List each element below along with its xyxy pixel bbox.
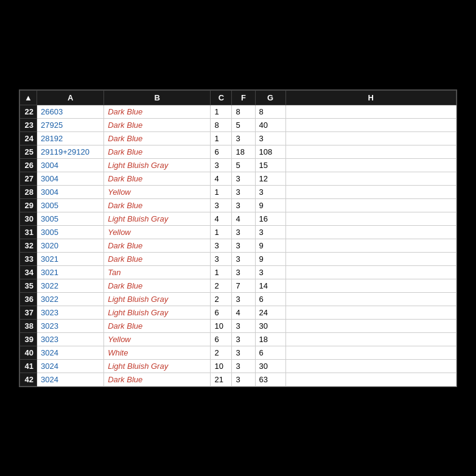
cell-f[interactable]: 18 <box>232 145 255 158</box>
table-row[interactable]: 413024Light Bluish Gray10330 <box>20 359 457 373</box>
cell-b[interactable]: Dark Blue <box>104 118 211 131</box>
cell-f[interactable]: 5 <box>232 158 255 172</box>
cell-a[interactable]: 3004 <box>37 158 104 172</box>
table-row[interactable]: 423024Dark Blue21363 <box>20 373 457 386</box>
cell-c[interactable]: 4 <box>211 172 232 185</box>
cell-f[interactable]: 3 <box>232 252 255 265</box>
cell-c[interactable]: 21 <box>211 373 232 386</box>
cell-g[interactable]: 9 <box>255 252 285 265</box>
cell-g[interactable]: 30 <box>255 319 285 332</box>
cell-a[interactable]: 26603 <box>37 105 104 118</box>
cell-b[interactable]: Tan <box>104 265 211 279</box>
cell-h[interactable] <box>285 131 456 145</box>
cell-c[interactable]: 3 <box>211 252 232 265</box>
cell-b[interactable]: Light Bluish Gray <box>104 212 211 225</box>
cell-h[interactable] <box>285 158 456 172</box>
cell-g[interactable]: 108 <box>255 145 285 158</box>
cell-h[interactable] <box>285 172 456 185</box>
cell-h[interactable] <box>285 373 456 386</box>
cell-c[interactable]: 1 <box>211 265 232 279</box>
cell-h[interactable] <box>285 279 456 292</box>
cell-g[interactable]: 3 <box>255 131 285 145</box>
cell-g[interactable]: 14 <box>255 279 285 292</box>
cell-f[interactable]: 4 <box>232 306 255 319</box>
cell-g[interactable]: 3 <box>255 265 285 279</box>
cell-c[interactable]: 2 <box>211 346 232 359</box>
cell-g[interactable]: 18 <box>255 332 285 346</box>
cell-h[interactable] <box>285 252 456 265</box>
cell-b[interactable]: Yellow <box>104 332 211 346</box>
cell-a[interactable]: 3023 <box>37 306 104 319</box>
cell-c[interactable]: 8 <box>211 118 232 131</box>
cell-g[interactable]: 9 <box>255 198 285 212</box>
cell-f[interactable]: 5 <box>232 118 255 131</box>
cell-g[interactable]: 15 <box>255 158 285 172</box>
cell-g[interactable]: 3 <box>255 225 285 239</box>
table-row[interactable]: 2529119+29120Dark Blue618108 <box>20 145 457 158</box>
cell-g[interactable]: 8 <box>255 105 285 118</box>
table-row[interactable]: 303005Light Bluish Gray4416 <box>20 212 457 225</box>
cell-h[interactable] <box>285 145 456 158</box>
cell-c[interactable]: 3 <box>211 239 232 252</box>
cell-c[interactable]: 6 <box>211 306 232 319</box>
cell-f[interactable]: 4 <box>232 212 255 225</box>
cell-g[interactable]: 30 <box>255 359 285 373</box>
cell-c[interactable]: 10 <box>211 359 232 373</box>
cell-h[interactable] <box>285 185 456 198</box>
cell-c[interactable]: 6 <box>211 145 232 158</box>
cell-a[interactable]: 3004 <box>37 185 104 198</box>
table-row[interactable]: 393023Yellow6318 <box>20 332 457 346</box>
table-row[interactable]: 363022Light Bluish Gray236 <box>20 292 457 306</box>
cell-a[interactable]: 29119+29120 <box>37 145 104 158</box>
table-row[interactable]: 2327925Dark Blue8540 <box>20 118 457 131</box>
cell-g[interactable]: 63 <box>255 373 285 386</box>
cell-h[interactable] <box>285 265 456 279</box>
cell-b[interactable]: Dark Blue <box>104 239 211 252</box>
cell-a[interactable]: 3022 <box>37 279 104 292</box>
table-row[interactable]: 373023Light Bluish Gray6424 <box>20 306 457 319</box>
cell-h[interactable] <box>285 319 456 332</box>
cell-g[interactable]: 40 <box>255 118 285 131</box>
cell-b[interactable]: Dark Blue <box>104 373 211 386</box>
cell-a[interactable]: 3024 <box>37 346 104 359</box>
cell-c[interactable]: 3 <box>211 198 232 212</box>
cell-f[interactable]: 3 <box>232 172 255 185</box>
cell-c[interactable]: 4 <box>211 212 232 225</box>
cell-c[interactable]: 2 <box>211 292 232 306</box>
table-row[interactable]: 2428192Dark Blue133 <box>20 131 457 145</box>
table-row[interactable]: 273004Dark Blue4312 <box>20 172 457 185</box>
cell-h[interactable] <box>285 105 456 118</box>
cell-f[interactable]: 3 <box>232 185 255 198</box>
cell-b[interactable]: Light Bluish Gray <box>104 306 211 319</box>
cell-a[interactable]: 3022 <box>37 292 104 306</box>
cell-c[interactable]: 1 <box>211 131 232 145</box>
cell-c[interactable]: 1 <box>211 105 232 118</box>
table-row[interactable]: 323020Dark Blue339 <box>20 239 457 252</box>
cell-h[interactable] <box>285 292 456 306</box>
cell-h[interactable] <box>285 118 456 131</box>
table-row[interactable]: 283004Yellow133 <box>20 185 457 198</box>
table-row[interactable]: 313005Yellow133 <box>20 225 457 239</box>
cell-b[interactable]: Dark Blue <box>104 105 211 118</box>
cell-a[interactable]: 3024 <box>37 373 104 386</box>
cell-g[interactable]: 6 <box>255 346 285 359</box>
cell-g[interactable]: 9 <box>255 239 285 252</box>
cell-a[interactable]: 3005 <box>37 198 104 212</box>
cell-h[interactable] <box>285 346 456 359</box>
cell-a[interactable]: 3023 <box>37 319 104 332</box>
cell-f[interactable]: 3 <box>232 225 255 239</box>
cell-b[interactable]: White <box>104 346 211 359</box>
cell-h[interactable] <box>285 212 456 225</box>
table-row[interactable]: 383023Dark Blue10330 <box>20 319 457 332</box>
table-row[interactable]: 343021Tan133 <box>20 265 457 279</box>
cell-g[interactable]: 3 <box>255 185 285 198</box>
cell-h[interactable] <box>285 198 456 212</box>
table-row[interactable]: 353022Dark Blue2714 <box>20 279 457 292</box>
cell-h[interactable] <box>285 225 456 239</box>
cell-b[interactable]: Light Bluish Gray <box>104 292 211 306</box>
cell-g[interactable]: 6 <box>255 292 285 306</box>
cell-a[interactable]: 3005 <box>37 225 104 239</box>
cell-c[interactable]: 1 <box>211 185 232 198</box>
cell-f[interactable]: 3 <box>232 359 255 373</box>
cell-f[interactable]: 3 <box>232 332 255 346</box>
